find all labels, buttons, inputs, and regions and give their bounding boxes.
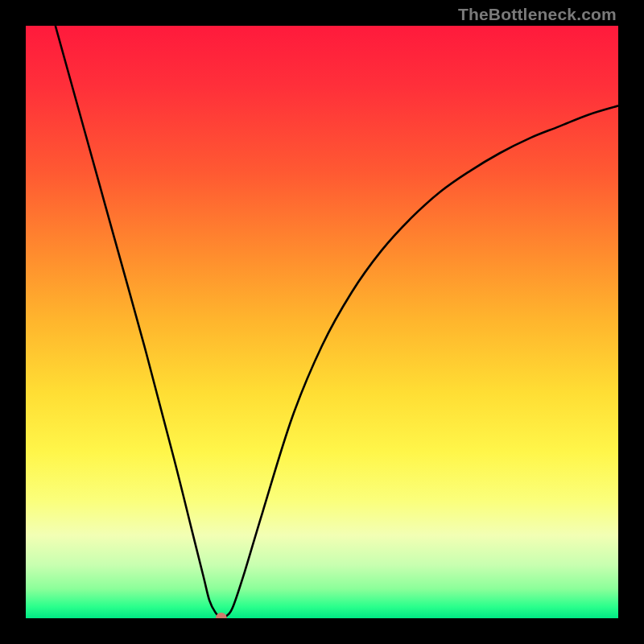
chart-frame: TheBottleneck.com	[0, 0, 644, 644]
curve-layer	[26, 26, 618, 618]
bottleneck-curve	[56, 26, 618, 618]
plot-area	[26, 26, 618, 618]
watermark-text: TheBottleneck.com	[458, 5, 617, 24]
